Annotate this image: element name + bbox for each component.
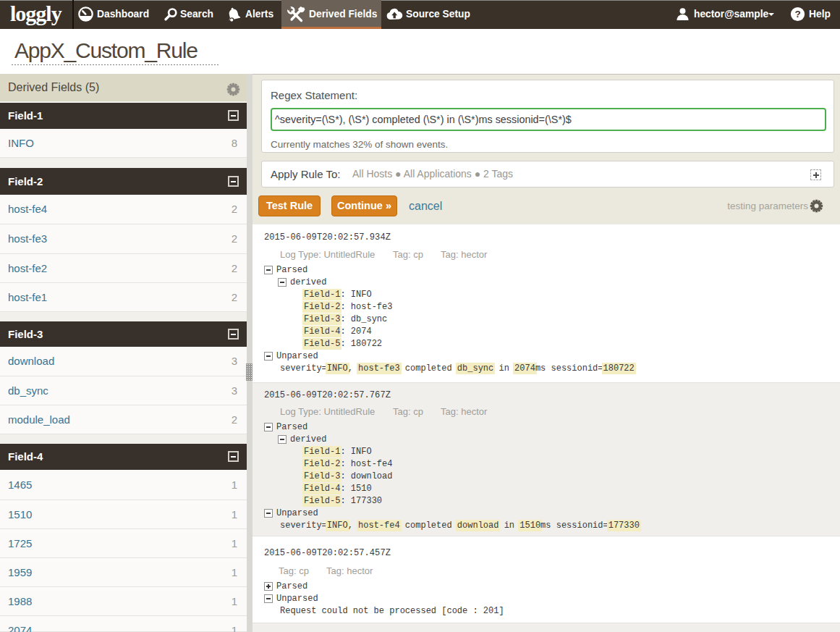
svg-text:?: ?: [794, 9, 800, 20]
